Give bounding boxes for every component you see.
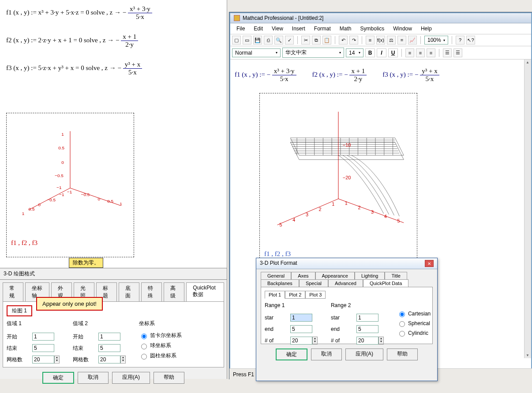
menu-insert[interactable]: Insert: [288, 25, 309, 33]
tab-general[interactable]: 常规: [3, 282, 23, 301]
new-icon[interactable]: ▢: [232, 36, 241, 44]
sub-tab-plot1-en[interactable]: Plot 1: [265, 291, 285, 299]
paste-icon[interactable]: 📋: [322, 36, 331, 44]
tab-advanced[interactable]: 高级: [164, 282, 184, 301]
tab-general-en[interactable]: General: [261, 272, 291, 279]
font-size-dropdown[interactable]: 14: [346, 48, 363, 57]
tab-special[interactable]: 特殊: [141, 282, 162, 301]
tab-backplanes-en[interactable]: Backplanes: [261, 279, 299, 287]
radio-cartesian-en[interactable]: Cartesian: [397, 310, 431, 317]
zoom-dropdown[interactable]: 100%: [424, 36, 448, 44]
sub-tab-plot2-en[interactable]: Plot 2: [285, 291, 305, 299]
radio-cylindrical[interactable]: 圆柱坐标系: [139, 352, 182, 360]
help-button-en[interactable]: 帮助: [387, 349, 418, 360]
cut-icon[interactable]: ✂: [301, 36, 310, 44]
tab-quickplot-data[interactable]: QuickPlot 数据: [186, 282, 224, 301]
eq-f2-right[interactable]: f2 (x , y) := − x + 12·y: [312, 67, 367, 83]
spin-buttons[interactable]: ▲▼: [54, 356, 60, 363]
unit-icon[interactable]: ⚖: [387, 36, 396, 44]
bold-button[interactable]: B: [365, 48, 375, 57]
range2-grid-en[interactable]: [356, 337, 378, 345]
tab-backplanes[interactable]: 底面: [119, 282, 139, 301]
menu-file[interactable]: File: [233, 25, 248, 33]
align-icon[interactable]: ≡: [366, 36, 375, 44]
undo-icon[interactable]: ↶: [339, 36, 348, 44]
range1-start[interactable]: [32, 333, 54, 341]
eq-f2[interactable]: f2 (x , y) := 2·z·y + x + 1 = 0 solve , …: [6, 33, 221, 48]
radio-spherical[interactable]: 球坐标系: [139, 342, 182, 349]
eq-f3[interactable]: f3 (x , y) := 5·z·x + y³ + x = 0 solve ,…: [6, 61, 221, 76]
eq-f1-right[interactable]: f1 (x , y) := − x³ + 3·y5·x: [235, 67, 296, 83]
preview-icon[interactable]: 🔍: [274, 36, 283, 44]
menu-view[interactable]: View: [268, 25, 287, 33]
vertical-scrollbar[interactable]: [524, 59, 531, 358]
range2-end[interactable]: [98, 344, 120, 352]
eq-f1[interactable]: f1 (x , y) := x³ + 3·y + 5·x·z = 0 solve…: [6, 5, 221, 21]
sub-tab-plot3-en[interactable]: Plot 3: [305, 291, 326, 299]
redo-icon[interactable]: ↷: [349, 36, 358, 44]
fx-icon[interactable]: f(x): [376, 36, 385, 44]
tab-appearance-en[interactable]: Appearance: [315, 272, 355, 279]
tab-axes-en[interactable]: Axes: [291, 272, 315, 279]
bullets-icon[interactable]: ☰: [443, 48, 452, 57]
align-right-icon[interactable]: ≡: [427, 48, 435, 57]
spell-icon[interactable]: ✓: [285, 36, 294, 44]
plot-function-list[interactable]: f1 , f2 , f3: [7, 237, 134, 249]
close-button[interactable]: ✕: [425, 260, 434, 267]
underline-button[interactable]: U: [388, 48, 398, 57]
tab-title-en[interactable]: Title: [385, 272, 407, 279]
range1-grid[interactable]: [32, 356, 54, 363]
dialog-title-en: 3-D Plot Format: [260, 260, 297, 267]
range2-end-en[interactable]: [356, 325, 378, 333]
eq-f3-right[interactable]: f3 (x , y) := − y³ + x5·x: [382, 67, 439, 83]
align-center-icon[interactable]: ≡: [416, 48, 425, 57]
range1-grid-en[interactable]: [290, 337, 312, 345]
calc-icon[interactable]: =: [397, 36, 406, 44]
radio-spherical-en[interactable]: Spherical: [397, 320, 431, 327]
range1-end[interactable]: [32, 344, 54, 352]
print-icon[interactable]: ⎙: [264, 36, 273, 44]
style-dropdown[interactable]: Normal: [232, 48, 281, 57]
menu-help[interactable]: Help: [417, 25, 435, 33]
tab-quickplotdata-en[interactable]: QuickPlot Data: [363, 279, 408, 287]
menu-edit[interactable]: Edit: [250, 25, 266, 33]
italic-button[interactable]: I: [377, 48, 386, 57]
spin-buttons[interactable]: ▲▼: [120, 356, 126, 363]
menu-window[interactable]: Window: [390, 25, 416, 33]
open-icon[interactable]: ▭: [243, 36, 251, 44]
radio-cylindrical-en[interactable]: Cylindric: [397, 330, 431, 337]
spin-buttons[interactable]: ▲▼: [312, 337, 318, 345]
chart-icon[interactable]: 📈: [408, 36, 417, 44]
numbering-icon[interactable]: ☰: [453, 48, 462, 57]
cancel-button-en[interactable]: 取消: [311, 349, 342, 360]
left-3d-plot[interactable]: 1 0.5 0 −0.5 −1 −1−0.500.51 −1−0.500.51 …: [6, 113, 134, 257]
help-button[interactable]: 帮助: [154, 372, 184, 384]
align-left-icon[interactable]: ≡: [405, 48, 414, 57]
radio-cartesian[interactable]: 笛卡尔坐标系: [139, 332, 182, 339]
range1-start-en[interactable]: [290, 314, 312, 322]
menu-math[interactable]: Math: [336, 25, 355, 33]
copy-icon[interactable]: ⧉: [312, 36, 321, 44]
menu-symbolics[interactable]: Symbolics: [357, 25, 388, 33]
right-3d-plot[interactable]: −10 −20 12345 12345 f1 , f2 , f3: [259, 93, 417, 269]
apply-button[interactable]: 应用(A): [112, 372, 150, 384]
save-icon[interactable]: 💾: [253, 36, 262, 44]
tab-advanced-en[interactable]: Advanced: [328, 279, 363, 287]
window-titlebar[interactable]: Mathcad Professional - [Untitled:2]: [230, 13, 531, 23]
pointer-help-icon[interactable]: ↖?: [466, 36, 475, 44]
tab-lighting-en[interactable]: Lighting: [355, 272, 385, 279]
cancel-button[interactable]: 取消: [78, 372, 109, 384]
range2-start[interactable]: [98, 333, 120, 341]
ok-button-en[interactable]: 确定: [276, 349, 307, 360]
tab-special-en[interactable]: Special: [299, 279, 328, 287]
font-dropdown[interactable]: 华文中宋: [282, 48, 344, 58]
range2-start-en[interactable]: [356, 314, 378, 322]
spin-buttons[interactable]: ▲▼: [378, 337, 384, 345]
help-icon[interactable]: ?: [456, 36, 465, 44]
menu-format[interactable]: Format: [311, 25, 334, 33]
sub-tab-plot1[interactable]: 绘图 1: [7, 305, 32, 316]
range1-end-en[interactable]: [290, 325, 312, 333]
apply-button-en[interactable]: 应用(A): [345, 349, 383, 360]
ok-button[interactable]: 确定: [42, 372, 74, 384]
range2-grid[interactable]: [98, 356, 120, 363]
